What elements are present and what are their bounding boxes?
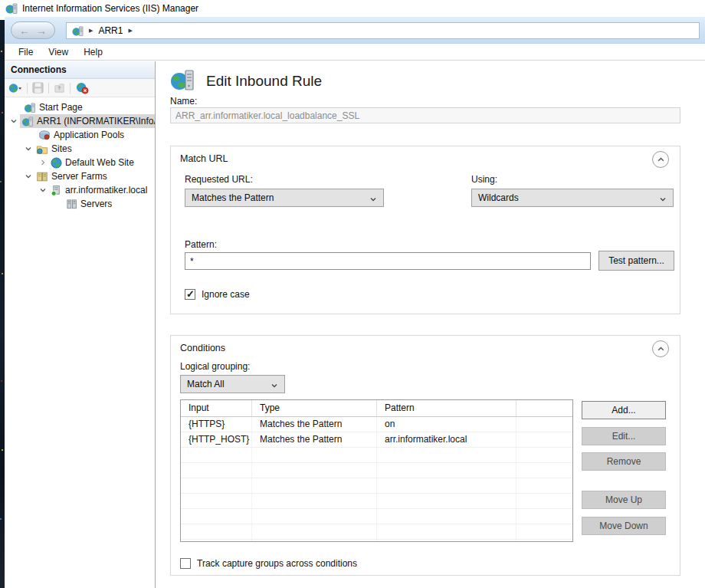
desktop-background — [0, 20, 5, 588]
menu-bar: File View Help — [5, 44, 705, 61]
iis-server-icon — [21, 116, 34, 127]
collapse-conditions-button[interactable] — [652, 340, 669, 357]
remove-condition-button[interactable]: Remove — [582, 452, 666, 471]
save-connections-button — [32, 82, 44, 94]
conditions-title: Conditions — [180, 343, 225, 353]
ignore-case-label: Ignore case — [202, 289, 250, 300]
chevron-down-icon — [369, 195, 377, 203]
requested-url-label: Requested URL: — [185, 174, 253, 185]
connections-pane: Connections — [5, 61, 156, 588]
condition-row[interactable]: {HTTP_HOST} Matches the Pattern arr.info… — [181, 432, 572, 448]
breadcrumb-arrow-icon[interactable]: ▶ — [128, 28, 132, 34]
servers-icon — [66, 199, 77, 210]
sites-folder-icon — [36, 143, 48, 155]
chevron-up-icon — [657, 345, 665, 353]
iis-server-icon — [72, 25, 84, 37]
chevron-down-icon — [659, 195, 667, 203]
tree-item-start-page[interactable]: Start Page — [5, 100, 155, 114]
conditions-table: Input Type Pattern {HTTPS} Matches the P… — [180, 399, 573, 542]
app-body: Connections — [5, 61, 705, 588]
tree-item-arr1-server[interactable]: ARR1 (INFORMATIKER\InfoAd — [5, 114, 155, 128]
requested-url-select[interactable]: Matches the Pattern — [185, 189, 384, 207]
server-farms-icon — [36, 171, 48, 182]
toolbar-separator — [27, 83, 28, 94]
tree-item-server-farms[interactable]: Server Farms — [5, 169, 155, 183]
test-pattern-button[interactable]: Test pattern... — [598, 251, 674, 271]
rule-name-field — [170, 107, 680, 123]
feature-view: Edit Inbound Rule Name: Match URL Reques… — [156, 61, 705, 588]
conditions-section: Conditions Logical grouping: Match All I… — [170, 335, 680, 576]
connections-tree: Start Page ARR1 (INFORMATIKER\InfoAd — [5, 97, 155, 588]
pattern-input[interactable] — [185, 252, 591, 270]
column-header-empty — [516, 400, 572, 416]
empty-row — [181, 463, 572, 478]
delete-connection-button[interactable] — [75, 82, 89, 94]
tree-item-arr-informatiker-local[interactable]: arr.informatiker.local — [5, 183, 155, 197]
nav-history-buttons: ← → — [11, 21, 55, 39]
using-select[interactable]: Wildcards — [471, 189, 674, 207]
back-button[interactable]: ← — [19, 25, 30, 36]
empty-row — [181, 478, 572, 494]
start-page-icon — [24, 102, 36, 113]
add-condition-button[interactable]: Add... — [582, 401, 666, 419]
connections-header: Connections — [5, 61, 155, 79]
ignore-case-checkline: Ignore case — [185, 289, 250, 300]
logical-grouping-select[interactable]: Match All — [180, 375, 285, 393]
chevron-up-icon — [657, 156, 665, 164]
column-header-pattern[interactable]: Pattern — [377, 400, 516, 416]
menu-view[interactable]: View — [41, 44, 76, 60]
track-capture-groups-label: Track capture groups across conditions — [197, 558, 357, 569]
using-label: Using: — [471, 174, 497, 185]
connections-toolbar — [5, 79, 155, 97]
chevron-down-icon[interactable] — [24, 172, 33, 180]
iis-app-icon — [5, 2, 18, 15]
forward-button[interactable]: → — [36, 25, 47, 36]
breadcrumb-arrow-icon: ▶ — [89, 28, 93, 34]
tree-item-sites[interactable]: Sites — [5, 142, 155, 156]
match-url-title: Match URL — [180, 153, 228, 164]
import-connection-button — [54, 82, 65, 94]
empty-row — [181, 524, 572, 540]
column-header-type[interactable]: Type — [252, 400, 377, 416]
toolbar-separator — [48, 83, 49, 94]
chevron-down-icon — [271, 382, 278, 389]
breadcrumb[interactable]: ▶ ARR1 ▶ — [66, 22, 700, 39]
server-farm-online-icon — [51, 185, 62, 196]
empty-row — [181, 494, 572, 509]
toolbar-separator — [70, 83, 70, 94]
breadcrumb-location[interactable]: ARR1 — [98, 25, 123, 36]
condition-row[interactable]: {HTTPS} Matches the Pattern on — [181, 417, 572, 432]
empty-row — [181, 509, 572, 524]
tree-item-application-pools[interactable]: Application Pools — [5, 128, 155, 142]
application-pools-icon — [38, 130, 51, 141]
track-capture-groups-checkbox[interactable] — [180, 558, 191, 569]
window-titlebar: Internet Information Services (IIS) Mana… — [0, 0, 705, 17]
chevron-down-icon[interactable] — [38, 186, 48, 194]
url-rewrite-rule-icon — [170, 67, 195, 92]
pattern-label: Pattern: — [185, 239, 217, 250]
create-connection-button[interactable] — [8, 82, 22, 94]
website-globe-icon — [51, 157, 62, 169]
move-down-button[interactable]: Move Down — [582, 517, 666, 535]
track-capture-groups-checkline: Track capture groups across conditions — [180, 558, 357, 569]
name-label: Name: — [170, 96, 197, 107]
collapse-match-url-button[interactable] — [652, 151, 669, 168]
ignore-case-checkbox[interactable] — [185, 289, 195, 300]
navigation-bar: ← → ▶ ARR1 ▶ — [5, 17, 705, 44]
empty-row — [181, 448, 572, 463]
chevron-right-icon[interactable] — [38, 159, 48, 166]
move-up-button[interactable]: Move Up — [582, 491, 666, 509]
tree-item-default-web-site[interactable]: Default Web Site — [5, 156, 155, 169]
menu-help[interactable]: Help — [76, 44, 110, 60]
conditions-table-header: Input Type Pattern — [181, 400, 572, 417]
tree-item-servers[interactable]: Servers — [5, 197, 155, 211]
chevron-down-icon[interactable] — [24, 145, 33, 153]
empty-row — [181, 540, 572, 542]
logical-grouping-label: Logical grouping: — [180, 361, 250, 372]
page-title: Edit Inbound Rule — [206, 73, 322, 90]
chevron-down-icon[interactable] — [9, 117, 18, 125]
column-header-input[interactable]: Input — [181, 400, 252, 416]
match-url-section: Match URL Requested URL: Matches the Pat… — [170, 146, 680, 314]
edit-condition-button[interactable]: Edit... — [582, 427, 666, 445]
menu-file[interactable]: File — [11, 44, 41, 60]
